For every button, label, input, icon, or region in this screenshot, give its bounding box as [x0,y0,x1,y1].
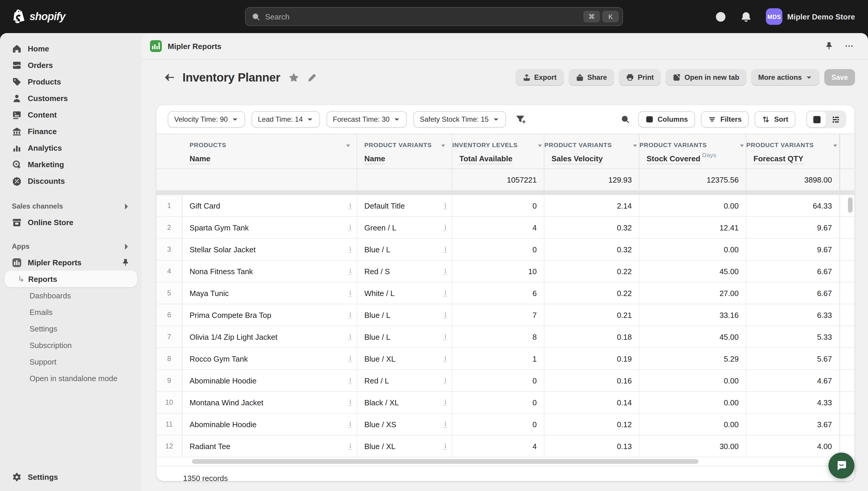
table-row[interactable]: 1 Gift Card i Default Title i 02.140.006… [156,195,855,217]
sidebar-item-analytics[interactable]: Analytics [5,139,137,156]
summary-view-button[interactable] [826,112,845,127]
group-header[interactable]: PRODUCT VARIANTS [357,134,452,149]
info-icon[interactable]: i [444,442,447,450]
variant-name-cell[interactable]: Blue / XL i [357,348,452,369]
info-icon[interactable]: i [444,202,447,209]
info-icon[interactable]: i [444,399,447,406]
product-name-cell[interactable]: Abominable Hoodie i [182,413,357,435]
table-row[interactable]: 11 Abominable Hoodie i Blue / XS i 00.12… [156,413,855,435]
vertical-scrollbar[interactable] [848,197,852,213]
variant-name-cell[interactable]: Blue / L i [357,239,452,260]
info-icon[interactable]: i [349,333,352,340]
notifications-bell-icon[interactable] [740,11,752,22]
table-row[interactable]: 5 Maya Tunic i White / L i 60.2227.006.6… [156,283,855,304]
group-header[interactable]: PRODUCTS [182,134,357,149]
info-icon[interactable]: i [444,333,447,340]
sidebar-subitem-open-in-standalone-mode[interactable]: Open in standalone mode [5,370,137,386]
product-name-cell[interactable]: Olivia 1/4 Zip Light Jacket i [182,326,357,347]
pin-icon[interactable] [121,258,130,267]
table-row[interactable]: 9 Abominable Hoodie i Red / L i 00.160.0… [156,370,855,392]
sidebar-item-online-store[interactable]: Online Store [5,214,137,230]
filter-pill[interactable]: Velocity Time: 90 [168,111,245,127]
sidekick-icon[interactable] [715,11,726,22]
variant-name-cell[interactable]: Blue / L i [357,326,452,347]
product-name-cell[interactable]: Montana Wind Jacket i [182,392,357,413]
print-button[interactable]: Print [619,69,661,86]
export-button[interactable]: Export [515,69,564,86]
sidebar-item-mipler-reports[interactable]: Mipler Reports [5,254,137,270]
variant-name-cell[interactable]: Blue / L i [357,304,452,325]
variant-name-cell[interactable]: Black / XL i [357,392,452,413]
sidebar-item-marketing[interactable]: Marketing [5,156,137,173]
sidebar-item-finance[interactable]: Finance [5,123,137,139]
favorite-star-icon[interactable] [288,73,299,82]
variant-name-cell[interactable]: Blue / XL i [357,435,452,457]
group-header[interactable]: INVENTORY LEVELS [452,134,545,149]
column-header[interactable]: Forecast QTY [746,149,840,168]
column-header[interactable]: Name [357,149,452,168]
columns-button[interactable]: Columns [638,111,695,127]
sidebar-item-content[interactable]: Content [5,106,137,123]
info-icon[interactable]: i [349,311,352,318]
info-icon[interactable]: i [444,224,447,231]
sidebar-item-customers[interactable]: Customers [5,90,137,106]
chat-launcher-button[interactable] [829,453,855,479]
info-icon[interactable]: i [444,355,447,362]
sidebar-item-discounts[interactable]: Discounts [5,173,137,189]
table-row[interactable]: 6 Prima Compete Bra Top i Blue / L i 70.… [156,304,855,326]
product-name-cell[interactable]: Abominable Hoodie i [182,370,357,391]
edit-pencil-icon[interactable] [307,73,317,82]
info-icon[interactable]: i [444,311,447,318]
variant-name-cell[interactable]: Default Title i [357,195,452,216]
variant-name-cell[interactable]: Red / S i [357,261,452,282]
info-icon[interactable]: i [444,290,447,297]
product-name-cell[interactable]: Sparta Gym Tank i [182,217,357,238]
share-button[interactable]: Share [568,69,614,86]
table-search-icon[interactable] [620,115,630,124]
info-icon[interactable]: i [444,421,447,428]
sidebar-subitem-subscription[interactable]: Subscription [5,337,137,353]
more-actions-button[interactable]: More actions [751,69,819,86]
group-header[interactable]: PRODUCT VARIANTS [640,134,746,149]
info-icon[interactable]: i [349,377,352,384]
group-header[interactable]: PRODUCT VARIANTS [746,134,840,149]
add-filter-icon[interactable] [515,114,526,125]
info-icon[interactable]: i [444,377,447,384]
open-in-new-tab-button[interactable]: Open in new tab [666,69,746,86]
sidebar-section-apps[interactable]: Apps [5,239,137,254]
variant-name-cell[interactable]: White / L i [357,283,452,304]
sidebar-item-orders[interactable]: Orders [5,57,137,73]
product-name-cell[interactable]: Nona Fitness Tank i [182,261,357,282]
table-row[interactable]: 8 Rocco Gym Tank i Blue / XL i 10.195.29… [156,348,855,370]
table-view-button[interactable] [807,112,826,127]
product-name-cell[interactable]: Prima Compete Bra Top i [182,304,357,325]
info-icon[interactable]: i [444,268,447,275]
column-header[interactable]: Total Available [452,149,545,168]
table-row[interactable]: 12 Radiant Tee i Blue / XL i 40.1330.004… [156,435,855,457]
pin-icon[interactable] [824,41,834,51]
info-icon[interactable]: i [349,355,352,362]
group-header[interactable]: PRODUCT VARIANTS [545,134,640,149]
product-name-cell[interactable]: Maya Tunic i [182,283,357,304]
info-icon[interactable]: i [349,421,352,428]
table-row[interactable]: 3 Stellar Solar Jacket i Blue / L i 00.3… [156,239,855,261]
horizontal-scrollbar[interactable] [192,459,699,464]
filter-pill[interactable]: Lead Time: 14 [251,111,320,127]
table-row[interactable]: 10 Montana Wind Jacket i Black / XL i 00… [156,392,855,413]
column-header[interactable]: Sales Velocity [545,149,640,168]
table-row[interactable]: 4 Nona Fitness Tank i Red / S i 100.2245… [156,261,855,283]
sidebar-subitem-emails[interactable]: Emails [5,304,137,320]
info-icon[interactable]: i [349,399,352,406]
product-name-cell[interactable]: Gift Card i [182,195,357,216]
table-row[interactable]: 2 Sparta Gym Tank i Green / L i 40.3212.… [156,217,855,239]
product-name-cell[interactable]: Rocco Gym Tank i [182,348,357,369]
search-input[interactable]: Search ⌘ K [245,7,623,26]
variant-name-cell[interactable]: Green / L i [357,217,452,238]
sidebar-section-sales-channels[interactable]: Sales channels [5,199,137,214]
info-icon[interactable]: i [349,268,352,275]
variant-name-cell[interactable]: Red / L i [357,370,452,391]
sidebar-subitem-support[interactable]: Support [5,353,137,370]
variant-name-cell[interactable]: Blue / XS i [357,413,452,435]
sidebar-item-settings[interactable]: Settings [5,468,137,485]
sidebar-subitem-settings[interactable]: Settings [5,320,137,337]
